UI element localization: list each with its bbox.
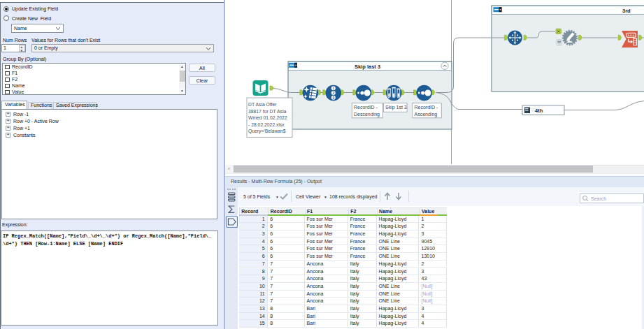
svg-text:1: 1 [332,87,334,90]
svg-text:RecordID -: RecordID - [354,105,378,110]
svg-text:Query='Belawan$: Query='Belawan$ [248,129,286,134]
svg-text:3rd: 3rd [622,8,631,14]
svg-text:Wmed 01.02.2022: Wmed 01.02.2022 [248,115,287,120]
svg-text:Ascending: Ascending [415,112,438,117]
svg-text:38817 for DT Asia: 38817 for DT Asia [248,109,287,114]
svg-text:3: 3 [332,96,334,100]
svg-text:Skip 1st 3: Skip 1st 3 [385,105,407,110]
svg-text:DT Asia Offer: DT Asia Offer [248,102,277,107]
svg-text:4th: 4th [535,108,543,114]
svg-text:RecordID -: RecordID - [415,105,439,110]
svg-text:- 28.02.2022.xlsx: - 28.02.2022.xlsx [248,122,285,127]
svg-text:2: 2 [332,92,334,95]
svg-text:Descending: Descending [354,112,380,117]
svg-text:Skip last 3: Skip last 3 [355,64,380,70]
